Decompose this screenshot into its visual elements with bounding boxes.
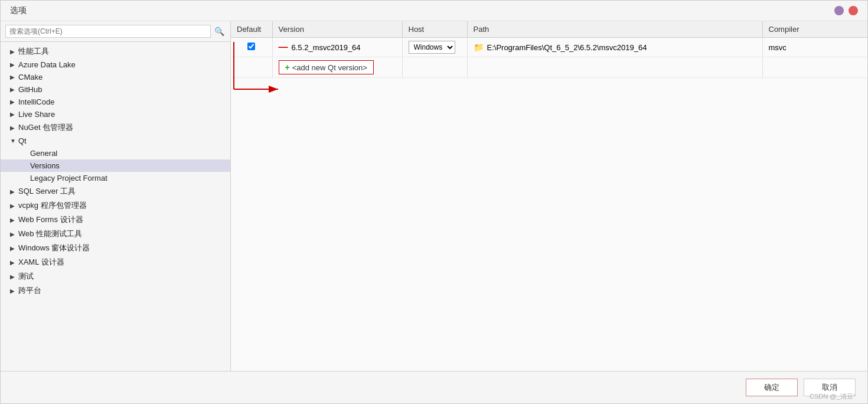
sidebar-item-intellicode[interactable]: ▶IntelliCode [1,96,230,108]
sidebar-item-perf-tools[interactable]: ▶性能工具 [1,44,230,58]
sidebar: 🔍 ▶性能工具▶Azure Data Lake▶CMake▶GitHub▶Int… [1,21,231,371]
col-default: Default [231,21,272,38]
sidebar-item-qt-versions[interactable]: ▶Versions [1,159,230,172]
sidebar-item-vcpkg[interactable]: ▶vcpkg 程序包管理器 [1,198,230,213]
sidebar-item-live-share[interactable]: ▶Live Share [1,108,230,120]
sidebar-item-label: 测试 [18,271,34,282]
expand-arrow: ▶ [10,231,16,237]
add-new-row: + <add new Qt version> [231,57,867,78]
title-bar: 选项 [1,1,867,21]
sidebar-item-xaml[interactable]: ▶XAML 设计器 [1,255,230,269]
sidebar-item-label: IntelliCode [18,97,54,106]
dialog-title: 选项 [10,5,27,16]
compiler-value: msvc [769,43,787,52]
path-cell: 📁 E:\ProgramFiles\Qt_6_5_2\6.5.2\msvc201… [467,38,762,57]
expand-arrow: ▶ [10,288,16,294]
sidebar-item-label: vcpkg 程序包管理器 [18,200,87,211]
sidebar-item-sql-server[interactable]: ▶SQL Server 工具 [1,184,230,198]
sidebar-item-label: General [30,149,57,158]
title-controls [834,6,858,15]
sidebar-item-label: Windows 窗体设计器 [18,243,90,253]
expand-arrow: ▶ [10,273,16,280]
add-new-compiler-cell [762,57,867,78]
host-select[interactable]: Windows Linux macOS [409,41,455,54]
sidebar-item-label: CMake [18,73,43,82]
search-input[interactable] [5,25,211,38]
expand-arrow: ▶ [10,245,16,252]
col-version: Version [272,21,402,38]
sidebar-item-label: Azure Data Lake [18,60,76,69]
expand-arrow: ▶ [10,99,16,105]
expand-arrow: ▶ [10,188,16,195]
add-new-path-cell [467,57,762,78]
sidebar-item-label: XAML 设计器 [18,257,64,268]
expand-arrow: ▶ [10,61,16,68]
sidebar-item-qt-general[interactable]: ▶General [1,147,230,159]
expand-arrow: ▶ [10,259,16,266]
expand-arrow: ▶ [10,111,16,118]
sidebar-item-qt[interactable]: ▼Qt [1,135,230,147]
search-box: 🔍 [1,21,230,42]
expand-arrow: ▶ [10,74,16,80]
expand-arrow: ▶ [10,217,16,223]
sidebar-item-cmake[interactable]: ▶CMake [1,71,230,83]
add-new-host-cell [402,57,467,78]
minimize-button[interactable] [834,6,844,15]
sidebar-item-web-perf[interactable]: ▶Web 性能测试工具 [1,227,230,241]
expand-arrow: ▶ [10,125,16,131]
default-cell [231,38,272,57]
qt-versions-table: Default Version Host Path Compiler [231,21,867,78]
sidebar-item-label: NuGet 包管理器 [18,122,73,133]
col-path: Path [467,21,762,38]
sidebar-item-windows-designer[interactable]: ▶Windows 窗体设计器 [1,241,230,255]
sidebar-item-nuget[interactable]: ▶NuGet 包管理器 [1,120,230,135]
sidebar-item-qt-legacy[interactable]: ▶Legacy Project Format [1,172,230,184]
dialog-body: 🔍 ▶性能工具▶Azure Data Lake▶CMake▶GitHub▶Int… [1,21,867,371]
sidebar-item-label: Versions [30,161,60,170]
path-value: E:\ProgramFiles\Qt_6_5_2\6.5.2\msvc2019_… [487,43,647,52]
sidebar-item-testing[interactable]: ▶测试 [1,269,230,284]
sidebar-item-label: SQL Server 工具 [18,186,76,197]
sidebar-item-label: Web 性能测试工具 [18,229,82,239]
search-button[interactable]: 🔍 [213,25,226,37]
tree: ▶性能工具▶Azure Data Lake▶CMake▶GitHub▶Intel… [1,42,230,371]
add-new-default-cell [231,57,272,78]
version-cell: — 6.5.2_msvc2019_64 [272,38,402,57]
host-cell: Windows Linux macOS [402,38,467,57]
expand-arrow: ▶ [10,203,16,209]
table-row: — 6.5.2_msvc2019_64 Windows Linux macOS [231,38,867,57]
content-scroll[interactable]: Default Version Host Path Compiler [231,21,867,371]
sidebar-item-label: 跨平台 [18,285,41,296]
sidebar-item-label: Live Share [18,110,55,119]
content-area: Default Version Host Path Compiler [231,21,867,371]
sidebar-item-github[interactable]: ▶GitHub [1,83,230,96]
search-icon: 🔍 [214,27,224,36]
expand-arrow: ▼ [10,138,16,144]
col-compiler: Compiler [762,21,867,38]
watermark: CSDN @_清豆° [810,392,856,401]
sidebar-item-crossplatform[interactable]: ▶跨平台 [1,284,230,298]
sidebar-item-label: 性能工具 [18,46,49,57]
version-value: 6.5.2_msvc2019_64 [292,43,361,52]
sidebar-item-web-forms[interactable]: ▶Web Forms 设计器 [1,213,230,227]
add-new-version-button[interactable]: + <add new Qt version> [279,60,374,74]
options-dialog: 选项 🔍 ▶性能工具▶Azure Data Lake▶CMake▶GitHub▶… [0,0,868,404]
remove-version-icon[interactable]: — [279,43,288,52]
close-button[interactable] [849,6,858,15]
expand-arrow: ▶ [10,86,16,93]
compiler-cell: msvc [762,38,867,57]
sidebar-item-azure-data-lake[interactable]: ▶Azure Data Lake [1,58,230,71]
folder-icon: 📁 [474,43,484,52]
add-new-version-cell: + <add new Qt version> [272,57,402,78]
add-new-label: <add new Qt version> [292,63,367,72]
sidebar-item-label: GitHub [18,85,42,94]
ok-button[interactable]: 确定 [746,379,798,396]
plus-icon: + [285,63,290,72]
sidebar-item-label: Qt [18,136,27,145]
sidebar-item-label: Web Forms 设计器 [18,214,83,225]
default-checkbox[interactable] [247,43,255,50]
dialog-footer: 确定 取消 CSDN @_清豆° [1,371,867,403]
expand-arrow: ▶ [10,48,16,55]
col-host: Host [402,21,467,38]
sidebar-item-label: Legacy Project Format [30,174,107,183]
